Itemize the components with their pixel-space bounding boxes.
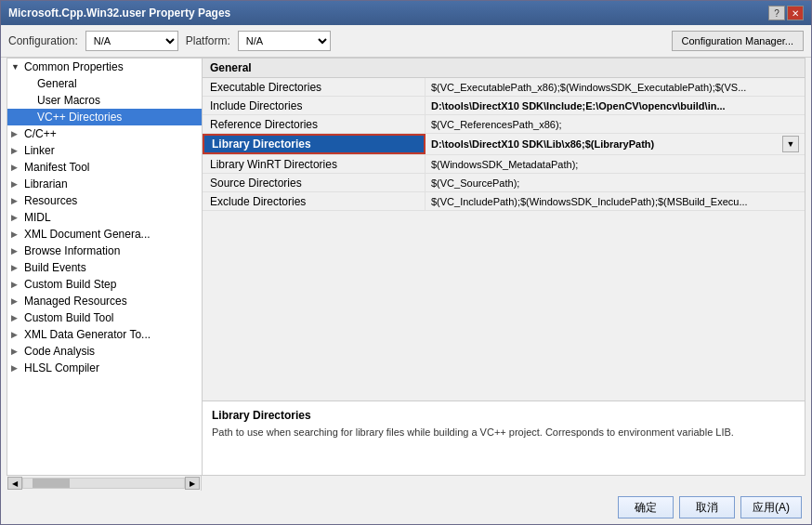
prop-value-executable-dirs[interactable]: $(VC_ExecutablePath_x86);$(WindowsSDK_Ex… xyxy=(426,78,805,96)
prop-value-text-reference-dirs: $(VC_ReferencesPath_x86); xyxy=(431,119,562,130)
arrow-custom-build-tool: ▶ xyxy=(11,313,24,322)
tree-item-user-macros[interactable]: User Macros xyxy=(7,92,202,109)
tree-item-custom-build-tool[interactable]: ▶ Custom Build Tool xyxy=(7,309,202,326)
left-scroll-track[interactable] xyxy=(22,478,185,489)
tree-label-user-macros: User Macros xyxy=(37,94,100,107)
tree-label-manifest-tool: Manifest Tool xyxy=(24,161,89,174)
arrow-resources: ▶ xyxy=(11,196,24,205)
prop-row-reference-dirs: Reference Directories $(VC_ReferencesPat… xyxy=(203,115,805,134)
prop-name-reference-dirs[interactable]: Reference Directories xyxy=(203,115,426,133)
prop-value-text-library-dirs: D:\tools\DirectX10 SDK\Lib\x86;$(Library… xyxy=(431,138,654,150)
cancel-button[interactable]: 取消 xyxy=(679,496,735,518)
arrow-managed-resources: ▶ xyxy=(11,296,24,306)
prop-value-text-exclude-dirs: $(VC_IncludePath);$(WindowsSDK_IncludePa… xyxy=(431,196,748,207)
arrow-xml-doc-gen: ▶ xyxy=(11,230,24,239)
prop-row-include-dirs: Include Directories D:\tools\DirectX10 S… xyxy=(203,97,805,115)
tree-item-hlsl-compiler[interactable]: ▶ HLSL Compiler xyxy=(7,360,202,376)
info-title: Library Directories xyxy=(212,409,795,422)
arrow-build-events: ▶ xyxy=(11,263,24,272)
left-panel-scrollbar: ◀ ▶ xyxy=(7,476,202,491)
property-pages-window: Microsoft.Cpp.Win32.user Property Pages … xyxy=(0,0,812,525)
close-button[interactable]: ✕ xyxy=(787,6,804,20)
tree-item-general[interactable]: General xyxy=(7,75,202,92)
config-label: Configuration: xyxy=(8,34,78,47)
platform-select[interactable]: N/A xyxy=(238,31,331,51)
arrow-manifest-tool: ▶ xyxy=(11,163,24,172)
prop-name-library-dirs[interactable]: Library Directories xyxy=(203,134,426,154)
title-bar: Microsoft.Cpp.Win32.user Property Pages … xyxy=(1,1,811,25)
arrow-browse-info: ▶ xyxy=(11,246,24,256)
tree-label-hlsl-compiler: HLSL Compiler xyxy=(24,361,99,374)
tree-label-midl: MIDL xyxy=(24,211,51,224)
prop-name-library-winrt-dirs[interactable]: Library WinRT Directories xyxy=(203,155,426,173)
tree-item-midl[interactable]: ▶ MIDL xyxy=(7,209,202,226)
help-button[interactable]: ? xyxy=(768,6,785,20)
apply-button[interactable]: 应用(A) xyxy=(740,496,802,518)
prop-value-text-library-winrt-dirs: $(WindowsSDK_MetadataPath); xyxy=(431,159,578,170)
tree-item-xml-doc-gen[interactable]: ▶ XML Document Genera... xyxy=(7,226,202,243)
title-bar-buttons: ? ✕ xyxy=(768,6,804,20)
prop-row-library-dirs: Library Directories D:\tools\DirectX10 S… xyxy=(203,134,805,155)
tree-label-general: General xyxy=(37,77,77,90)
tree-item-librarian[interactable]: ▶ Librarian xyxy=(7,176,202,192)
prop-value-library-winrt-dirs[interactable]: $(WindowsSDK_MetadataPath); xyxy=(426,155,805,173)
tree-item-vc-directories[interactable]: VC++ Directories xyxy=(7,109,202,125)
tree-label-linker: Linker xyxy=(24,144,55,157)
section-header: General xyxy=(203,59,805,78)
prop-value-reference-dirs[interactable]: $(VC_ReferencesPath_x86); xyxy=(426,115,805,133)
arrow-common-properties: ▼ xyxy=(11,62,24,72)
arrow-midl: ▶ xyxy=(11,213,24,222)
window-title: Microsoft.Cpp.Win32.user Property Pages xyxy=(8,7,230,20)
info-text: Path to use when searching for library f… xyxy=(212,426,795,440)
prop-row-exclude-dirs: Exclude Directories $(VC_IncludePath);$(… xyxy=(203,192,805,211)
scroll-left-button[interactable]: ◀ xyxy=(7,477,22,490)
library-dirs-dropdown-button[interactable]: ▼ xyxy=(782,136,799,152)
prop-name-executable-dirs[interactable]: Executable Directories xyxy=(203,78,426,96)
tree-label-managed-resources: Managed Resources xyxy=(24,295,127,308)
tree-item-manifest-tool[interactable]: ▶ Manifest Tool xyxy=(7,159,202,176)
prop-value-source-dirs[interactable]: $(VC_SourcePath); xyxy=(426,174,805,191)
arrow-librarian: ▶ xyxy=(11,179,24,189)
left-scroll-thumb xyxy=(33,479,70,488)
arrow-hlsl-compiler: ▶ xyxy=(11,363,24,373)
info-panel: Library Directories Path to use when sea… xyxy=(203,400,805,475)
config-select[interactable]: N/A xyxy=(85,31,178,51)
tree-item-managed-resources[interactable]: ▶ Managed Resources xyxy=(7,293,202,309)
tree-item-custom-build-step[interactable]: ▶ Custom Build Step xyxy=(7,276,202,293)
tree-item-build-events[interactable]: ▶ Build Events xyxy=(7,259,202,276)
tree-label-build-events: Build Events xyxy=(24,261,86,274)
ok-button[interactable]: 确定 xyxy=(618,496,674,518)
prop-value-include-dirs[interactable]: D:\tools\DirectX10 SDK\Include;E:\OpenCV… xyxy=(426,97,805,114)
tree-item-linker[interactable]: ▶ Linker xyxy=(7,142,202,159)
tree-item-browse-info[interactable]: ▶ Browse Information xyxy=(7,243,202,259)
tree-item-c-cpp[interactable]: ▶ C/C++ xyxy=(7,125,202,142)
prop-name-source-dirs[interactable]: Source Directories xyxy=(203,174,426,191)
arrow-c-cpp: ▶ xyxy=(11,129,24,138)
config-manager-button[interactable]: Configuration Manager... xyxy=(672,31,804,51)
prop-value-exclude-dirs[interactable]: $(VC_IncludePath);$(WindowsSDK_IncludePa… xyxy=(426,192,805,210)
prop-value-text-include-dirs: D:\tools\DirectX10 SDK\Include;E:\OpenCV… xyxy=(431,100,726,112)
tree-label-browse-info: Browse Information xyxy=(24,244,120,257)
tree-item-resources[interactable]: ▶ Resources xyxy=(7,192,202,209)
tree-label-c-cpp: C/C++ xyxy=(24,127,57,140)
tree-label-custom-build-tool: Custom Build Tool xyxy=(24,311,114,324)
tree-item-code-analysis[interactable]: ▶ Code Analysis xyxy=(7,343,202,360)
prop-value-text-executable-dirs: $(VC_ExecutablePath_x86);$(WindowsSDK_Ex… xyxy=(431,82,746,93)
scroll-right-button[interactable]: ▶ xyxy=(185,477,200,490)
tree-item-common-properties[interactable]: ▼ Common Properties xyxy=(7,59,202,75)
left-panel: ▼ Common Properties General User Macros … xyxy=(7,59,203,475)
prop-name-include-dirs[interactable]: Include Directories xyxy=(203,97,426,114)
arrow-custom-build-step: ▶ xyxy=(11,280,24,289)
prop-value-text-source-dirs: $(VC_SourcePath); xyxy=(431,177,519,189)
tree-item-xml-data-gen[interactable]: ▶ XML Data Generator To... xyxy=(7,326,202,343)
tree-label-code-analysis: Code Analysis xyxy=(24,345,95,358)
prop-name-exclude-dirs[interactable]: Exclude Directories xyxy=(203,192,426,210)
main-content: ▼ Common Properties General User Macros … xyxy=(7,58,805,476)
tree-label-librarian: Librarian xyxy=(24,177,68,190)
arrow-xml-data-gen: ▶ xyxy=(11,330,24,339)
arrow-code-analysis: ▶ xyxy=(11,347,24,356)
platform-label: Platform: xyxy=(186,34,230,47)
prop-value-library-dirs[interactable]: D:\tools\DirectX10 SDK\Lib\x86;$(Library… xyxy=(426,134,805,154)
properties-area: General Executable Directories $(VC_Exec… xyxy=(203,59,805,400)
arrow-linker: ▶ xyxy=(11,146,24,155)
